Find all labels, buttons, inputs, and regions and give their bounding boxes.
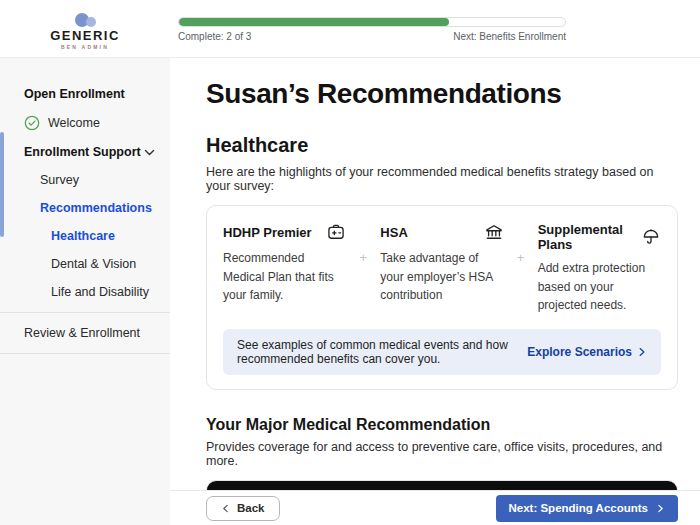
progress-next-label: Next: Benefits Enrollment — [453, 31, 566, 42]
highlight-title: HDHP Premier — [223, 225, 312, 240]
explore-scenarios-link[interactable]: Explore Scenarios — [527, 345, 647, 359]
highlight-title: Supplemental Plans — [538, 222, 641, 252]
sidebar-item-life-disability[interactable]: Life and Disability — [0, 278, 170, 306]
scenario-banner-text: See examples of common medical events an… — [237, 338, 527, 366]
back-button[interactable]: Back — [206, 496, 280, 521]
healthcare-section-title: Healthcare — [206, 134, 678, 157]
highlight-title: HSA — [380, 225, 407, 240]
brand-tagline: BEN ADMIN — [61, 44, 109, 50]
progress-fill — [179, 18, 449, 26]
next-spending-accounts-button[interactable]: Next: Spending Accounts — [496, 495, 679, 522]
highlight-desc: Add extra protection based on your proje… — [538, 259, 661, 315]
brand-logo: GENERIC BEN ADMIN — [0, 8, 170, 50]
explore-scenarios-label: Explore Scenarios — [527, 345, 632, 359]
app-window: GENERIC BEN ADMIN Complete: 2 of 3 Next:… — [0, 0, 700, 525]
chevron-right-icon — [656, 504, 665, 513]
medical-kit-icon — [326, 222, 346, 242]
progress-complete-label: Complete: 2 of 3 — [178, 31, 251, 42]
enrollment-progress: Complete: 2 of 3 Next: Benefits Enrollme… — [178, 17, 566, 42]
sidebar-divider — [0, 312, 170, 313]
sidebar-divider — [0, 353, 170, 354]
major-medical-title: Your Major Medical Recommendation — [206, 416, 678, 434]
bank-icon — [484, 222, 504, 242]
wizard-footer: Back Next: Spending Accounts — [170, 490, 700, 525]
progress-track — [178, 17, 566, 27]
highlight-desc: Take advantage of your employer’s HSA co… — [380, 249, 503, 305]
chevron-left-icon — [221, 504, 230, 513]
sidebar-item-recommendations[interactable]: Recommendations — [0, 194, 170, 222]
highlight-hsa: HSA Take advantage of your employer’s HS… — [380, 222, 503, 305]
sidebar-item-label: Enrollment Support — [24, 145, 141, 159]
sidebar-nav: Open Enrollment Welcome Enrollment Suppo… — [0, 58, 170, 525]
sidebar-section-enrollment-support[interactable]: Enrollment Support — [0, 138, 170, 166]
plus-separator: + — [346, 222, 380, 265]
sidebar-item-label: Welcome — [48, 116, 100, 130]
chevron-right-icon — [637, 347, 647, 357]
sidebar-item-healthcare[interactable]: Healthcare — [0, 222, 170, 250]
highlight-hdhp-premier: HDHP Premier Recommended Medical Plan th… — [223, 222, 346, 305]
cloud-logo-icon — [71, 12, 99, 29]
brand-name: GENERIC — [50, 28, 120, 43]
highlight-supplemental-plans: Supplemental Plans Add extra protection … — [538, 222, 661, 315]
main-content: Susan’s Recommendations Healthcare Here … — [170, 58, 700, 525]
plus-separator: + — [504, 222, 538, 265]
highlight-desc: Recommended Medical Plan that fits your … — [223, 249, 346, 305]
sidebar-item-welcome[interactable]: Welcome — [0, 108, 170, 138]
sidebar-item-dental-vision[interactable]: Dental & Vision — [0, 250, 170, 278]
back-button-label: Back — [237, 502, 265, 514]
check-circle-icon — [24, 115, 40, 131]
highlights-card: HDHP Premier Recommended Medical Plan th… — [206, 205, 678, 390]
chevron-down-icon — [143, 146, 156, 159]
page-title: Susan’s Recommendations — [206, 78, 678, 110]
scenario-banner: See examples of common medical events an… — [223, 329, 661, 375]
next-button-label: Next: Spending Accounts — [509, 502, 649, 514]
healthcare-intro: Here are the highlights of your recommen… — [206, 165, 678, 193]
sidebar-item-review-enrollment[interactable]: Review & Enrollment — [0, 319, 170, 347]
top-bar: GENERIC BEN ADMIN Complete: 2 of 3 Next:… — [0, 0, 700, 58]
major-medical-subtitle: Provides coverage for and access to prev… — [206, 440, 678, 468]
umbrella-icon — [641, 227, 661, 247]
sidebar-section-open-enrollment: Open Enrollment — [0, 80, 170, 108]
sidebar-item-survey[interactable]: Survey — [0, 166, 170, 194]
sidebar-scroll-indicator — [0, 132, 4, 237]
